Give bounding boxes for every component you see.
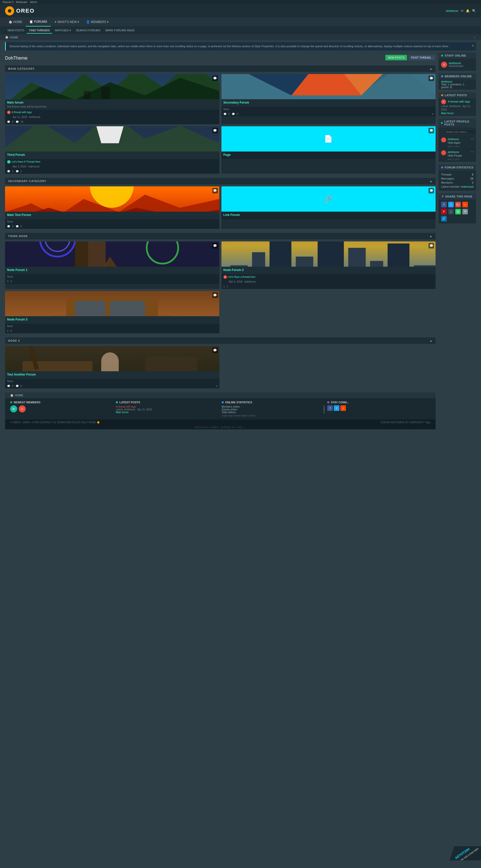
members-online-user[interactable]: dohtheme: [441, 80, 452, 83]
category-third-node-header[interactable]: THIRD NODE ▲: [5, 233, 436, 240]
alerts-icon[interactable]: 🔔: [466, 9, 470, 12]
forum-node2-footer: 1 1: [221, 284, 436, 289]
forum-page-title[interactable]: Page: [223, 153, 434, 157]
forum-node2-title[interactable]: Node Forum 2: [223, 268, 434, 272]
widget-members-header: MEMBERS ONLINE: [439, 73, 476, 79]
stat-messages-value: 29: [471, 177, 474, 180]
messages-icon[interactable]: ✉: [461, 9, 463, 12]
forum-link-title[interactable]: Link Forum: [223, 213, 434, 217]
forum-main-test-title[interactable]: Main Test Forum: [7, 213, 217, 217]
forum-node2-latest-thread[interactable]: Let's Have a thread here: [228, 276, 256, 278]
forum-node3-title[interactable]: Node Forum 3: [7, 318, 217, 321]
subnav-find-threads[interactable]: FIND THREADS: [27, 28, 52, 34]
category-main-toggle[interactable]: ▲: [429, 67, 432, 70]
share-link-icon[interactable]: 🔗: [441, 216, 447, 221]
category-secondary-header[interactable]: SECONDARY CATEGORY ▲: [5, 178, 436, 184]
forum-secondary-chat-icon[interactable]: 💬: [428, 75, 434, 81]
subnav-search-forums[interactable]: SEARCH FORUMS: [73, 28, 103, 34]
profile-post-action-2[interactable]: —: [471, 150, 474, 153]
category-node4-header[interactable]: NODE 4 ▲: [5, 337, 436, 344]
moderator-link[interactable]: Moderator: [16, 1, 28, 3]
subnav-new-posts[interactable]: NEW POSTS: [5, 28, 27, 34]
stat-latest-member-value[interactable]: mahmoud: [461, 185, 474, 188]
footer-latest-post-forum[interactable]: Main forum: [116, 411, 219, 414]
share-twitter-icon[interactable]: t: [448, 202, 454, 207]
header: OREO dohtheme ✉ 🔔 🔍: [0, 4, 481, 18]
share-reddit-icon[interactable]: r: [462, 202, 468, 207]
svg-rect-36: [388, 244, 410, 267]
forum-test-another-chat[interactable]: 💬: [212, 347, 218, 353]
profile-post-user-2[interactable]: dohtheme: [448, 151, 459, 154]
forum-card-node2: 💬 Node Forum 2 D Let's Have a thread her…: [221, 242, 436, 289]
footer-member-m[interactable]: M: [10, 405, 17, 412]
forum-link-chat[interactable]: 💬: [428, 188, 434, 193]
forum-page-chat-icon[interactable]: 💬: [428, 128, 434, 133]
forum-third-latest: M Let's Have A Thread Here: [5, 159, 219, 165]
footer-member-d[interactable]: D: [19, 405, 26, 412]
footer-twitter-icon[interactable]: t: [334, 405, 339, 411]
share-googleplus-icon[interactable]: G+: [455, 202, 461, 207]
footer-instagram-icon[interactable]: i: [340, 405, 346, 411]
category-main-header[interactable]: MAIN CATEGORY ▲: [5, 65, 436, 72]
latest-post-forum[interactable]: Main forum: [441, 112, 454, 115]
share-tumblr-icon[interactable]: t: [448, 209, 454, 214]
footer-home-icon: 🏠: [10, 394, 13, 397]
staff-username[interactable]: dohtheme: [449, 62, 463, 65]
new-posts-button[interactable]: NEW POSTS: [385, 55, 407, 60]
category-third-node-toggle[interactable]: ▲: [429, 235, 432, 238]
forum-third-latest-avatar: M: [7, 160, 10, 164]
search-icon[interactable]: 🔍: [472, 9, 476, 12]
node3-grid: 💬 Node Forum 3 None 0 0: [5, 291, 436, 333]
forum-test-another-threads-icon: 💬: [7, 384, 10, 388]
forum-main-threads-icon: 💬: [7, 121, 10, 123]
category-main: MAIN CATEGORY ▲: [5, 65, 436, 174]
footer-facebook-icon[interactable]: f: [327, 405, 333, 411]
logo[interactable]: OREO: [5, 6, 35, 16]
forum-main-latest-thread[interactable]: A thread with tags: [11, 111, 32, 114]
share-pinterest-icon[interactable]: P: [441, 209, 447, 214]
profile-post-user-1[interactable]: dohtheme: [448, 138, 459, 141]
widget-forum-stats-title: FORUM STATISTICS: [445, 166, 474, 169]
header-username[interactable]: dohtheme: [446, 9, 458, 12]
forum-node3-chat[interactable]: 💬: [212, 292, 218, 298]
notice-close-button[interactable]: ✕: [472, 44, 474, 48]
subnav-watched[interactable]: WATCHED ▾: [52, 28, 73, 34]
latest-post-title[interactable]: A thread with tags: [448, 100, 470, 103]
admin-link[interactable]: Admin: [30, 1, 37, 3]
nav-home[interactable]: 🏠 HOME: [5, 18, 26, 27]
share-facebook-icon[interactable]: f: [441, 202, 447, 207]
forum-third-chat-icon[interactable]: 💬: [212, 128, 218, 133]
forum-main-test-chat[interactable]: 💬: [212, 188, 218, 193]
forum-main-chat-icon[interactable]: 💬: [212, 75, 218, 81]
forum-third-title[interactable]: Third Forum: [7, 153, 217, 157]
share-email-icon[interactable]: ✉: [462, 209, 468, 214]
forum-test-another-more[interactable]: ▾: [216, 384, 217, 388]
breadcrumb-home[interactable]: HOME: [10, 36, 18, 39]
footer-latest-post-title[interactable]: A thread with tags: [116, 405, 219, 408]
forum-secondary-title[interactable]: Secondary Forum: [223, 101, 434, 104]
nav-whats-new[interactable]: ✦ WHAT'S NEW ▾: [51, 18, 83, 27]
forum-node1-title[interactable]: Node Forum 1: [7, 268, 217, 272]
widget-profile-posts-dot: [441, 122, 443, 124]
category-secondary-toggle[interactable]: ▲: [429, 180, 432, 183]
latest-post-avatar: D: [441, 99, 446, 104]
forum-main-title[interactable]: Main forum: [7, 101, 217, 104]
footer-home-link[interactable]: HOME: [15, 394, 23, 397]
forum-node1-chat[interactable]: 💬: [212, 243, 218, 248]
forum-node2-chat[interactable]: 💬: [428, 243, 434, 248]
nav-forums[interactable]: 📋 FORUMS: [26, 18, 51, 27]
nav-members[interactable]: 👤 MEMBERS ▾: [83, 18, 112, 27]
staff-role: Administrator: [449, 65, 463, 67]
forum-third-latest-thread[interactable]: Let's Have A Thread Here: [11, 160, 40, 163]
widget-members-title: MEMBERS ONLINE: [445, 75, 472, 78]
forum-node2-messages: 1: [227, 285, 228, 288]
forum-secondary-more[interactable]: ▾: [432, 113, 434, 116]
profile-post-action-1[interactable]: —: [471, 137, 474, 140]
forum-test-another-title[interactable]: Test Another Forum: [7, 373, 217, 376]
share-whatsapp-icon[interactable]: W: [455, 209, 461, 214]
status-input[interactable]: [444, 129, 476, 134]
reports-link[interactable]: Reports 0: [2, 1, 13, 3]
post-thread-button[interactable]: POST THREAD...: [409, 55, 436, 60]
subnav-mark-read[interactable]: MARK FORUMS READ: [103, 28, 137, 34]
category-node4-toggle[interactable]: ▲: [429, 339, 432, 342]
